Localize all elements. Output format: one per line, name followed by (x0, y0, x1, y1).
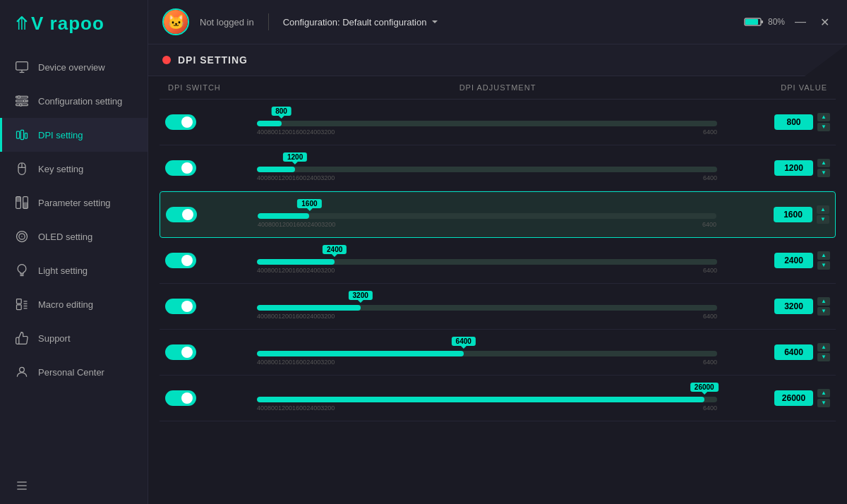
dpi-increment-1[interactable]: ▲ (817, 113, 830, 121)
svg-rect-35 (745, 19, 758, 25)
dpi-toggle-4[interactable] (165, 253, 196, 268)
dpi-toggle-2[interactable] (165, 160, 196, 176)
dpi-ticks-5: 40080012001600240032006400 (257, 311, 717, 322)
sidebar-item-support[interactable]: Support (0, 321, 148, 355)
chevron-down-icon (431, 18, 439, 26)
svg-rect-23 (17, 299, 22, 304)
dpi-slider-area-3[interactable]: 1600 40080012001600240032006400 (258, 199, 716, 230)
dpi-bubble-2: 1200 (283, 152, 307, 162)
dpi-slider-area-7[interactable]: 26000 40080012001600240032006400 (257, 383, 717, 414)
dpi-increment-5[interactable]: ▲ (817, 297, 830, 306)
svg-point-8 (20, 104, 22, 106)
dpi-decrement-5[interactable]: ▼ (817, 307, 830, 316)
dpi-bubble-4: 2400 (323, 245, 347, 254)
sidebar-item-label: Key setting (38, 164, 83, 174)
sidebar-bottom (0, 467, 148, 504)
mouse-icon (14, 161, 30, 176)
dpi-fill-2 (257, 167, 295, 172)
sidebar-item-oled-setting[interactable]: OLED setting (0, 220, 148, 253)
dpi-toggle-3[interactable] (166, 207, 197, 222)
sidebar-item-key-setting[interactable]: Key setting (0, 152, 148, 186)
dpi-track-1[interactable] (257, 121, 717, 126)
monitor-icon (14, 59, 30, 75)
dpi-decrement-7[interactable]: ▼ (817, 399, 830, 407)
dpi-toggle-1[interactable] (165, 114, 196, 130)
close-button[interactable]: ✕ (816, 13, 833, 30)
sidebar-item-dpi-setting[interactable]: DPI setting (0, 118, 148, 152)
dpi-increment-2[interactable]: ▲ (817, 159, 830, 167)
dpi-toggle-5[interactable] (165, 299, 196, 314)
dpi-track-6[interactable] (257, 351, 717, 356)
logo: ⤊ V rapoo (0, 0, 148, 50)
dpi-track-4[interactable] (257, 259, 717, 265)
dpi-track-7[interactable] (257, 397, 717, 402)
dpi-track-2[interactable] (257, 167, 717, 172)
dpi-row-1: 800 40080012001600240032006400 800 ▲ ▼ (160, 100, 836, 145)
dpi-slider-area-4[interactable]: 2400 40080012001600240032006400 (257, 245, 717, 276)
sidebar-item-label: Light setting (38, 265, 88, 276)
dpi-track-5[interactable] (257, 305, 717, 311)
dpi-decrement-2[interactable]: ▼ (817, 169, 830, 177)
dpi-fill-5 (257, 305, 361, 311)
dpi-value-box-4: 2400 (774, 253, 813, 268)
dpi-bubble-1: 800 (271, 107, 292, 116)
dpi-toggle-6[interactable] (165, 344, 196, 360)
sidebar-item-label: Configuration setting (38, 96, 122, 107)
dpi-toggle-7[interactable] (165, 390, 196, 406)
top-bar-right: 80% — ✕ (744, 13, 833, 30)
dpi-value-area-3: 1600 ▲ ▼ (723, 205, 829, 224)
dpi-arrows-5: ▲ ▼ (817, 297, 830, 316)
app-container: ⤊ V rapoo Device overview Configuration … (0, 0, 847, 504)
dpi-arrows-3: ▲ ▼ (817, 205, 829, 224)
main-content: 🐱 Not logged in Configuration: Default c… (148, 0, 847, 504)
sidebar-item-label: DPI setting (38, 130, 83, 140)
svg-point-20 (21, 236, 23, 237)
sidebar-item-label: Personal Center (38, 367, 104, 378)
sliders-icon (14, 195, 30, 210)
sidebar-bottom-icon[interactable] (14, 478, 133, 493)
dpi-arrows-2: ▲ ▼ (817, 159, 830, 177)
dpi-increment-7[interactable]: ▲ (817, 389, 830, 397)
minimize-button[interactable]: — (792, 13, 809, 30)
dpi-increment-3[interactable]: ▲ (817, 205, 829, 214)
sidebar-item-configuration-setting[interactable]: Configuration setting (0, 84, 148, 118)
not-logged-text: Not logged in (200, 17, 254, 28)
col-switch-header: DPI SWITCH (168, 83, 253, 92)
dpi-decrement-1[interactable]: ▼ (817, 123, 830, 131)
dpi-ticks-4: 40080012001600240032006400 (257, 265, 717, 276)
sidebar-item-parameter-setting[interactable]: Parameter setting (0, 186, 148, 220)
dpi-decrement-4[interactable]: ▼ (817, 261, 830, 270)
dpi-track-3[interactable] (258, 213, 716, 219)
dpi-increment-6[interactable]: ▲ (817, 343, 830, 352)
dpi-bubble-6: 6400 (452, 337, 476, 346)
dpi-decrement-6[interactable]: ▼ (817, 353, 830, 361)
dpi-decrement-3[interactable]: ▼ (817, 215, 829, 224)
svg-rect-17 (23, 203, 28, 208)
dpi-ticks-1: 40080012001600240032006400 (257, 126, 717, 138)
svg-rect-34 (761, 20, 763, 23)
sidebar-item-personal-center[interactable]: Personal Center (0, 355, 148, 389)
dpi-fill-7 (257, 397, 704, 402)
dpi-value-box-5: 3200 (774, 299, 813, 314)
col-adjustment-header: DPI ADJUSTMENT (253, 83, 743, 92)
dpi-increment-4[interactable]: ▲ (817, 251, 830, 260)
dpi-slider-area-6[interactable]: 6400 40080012001600240032006400 (257, 337, 717, 368)
sidebar-item-light-setting[interactable]: Light setting (0, 253, 148, 287)
dpi-arrows-7: ▲ ▼ (817, 389, 830, 407)
dpi-row-2: 1200 40080012001600240032006400 1200 ▲ ▼ (160, 145, 836, 191)
list-icon (14, 478, 30, 493)
dpi-slider-area-1[interactable]: 800 40080012001600240032006400 (257, 107, 717, 138)
bulb-icon (14, 263, 30, 278)
sidebar-item-device-overview[interactable]: Device overview (0, 50, 148, 84)
dpi-slider-area-5[interactable]: 3200 40080012001600240032006400 (257, 291, 717, 322)
dpi-fill-3 (258, 213, 309, 219)
config-dropdown[interactable]: Configuration: Default configuration (283, 17, 440, 28)
avatar: 🐱 (162, 8, 189, 35)
dpi-ticks-6: 40080012001600240032006400 (257, 356, 717, 368)
dpi-row-6: 6400 40080012001600240032006400 6400 ▲ ▼ (160, 330, 836, 376)
dpi-table-header: DPI SWITCH DPI ADJUSTMENT DPI VALUE (160, 76, 836, 100)
macro-icon (14, 296, 30, 312)
sidebar-item-macro-editing[interactable]: Macro editing (0, 287, 148, 321)
dpi-slider-area-2[interactable]: 1200 40080012001600240032006400 (257, 152, 717, 184)
topbar-divider (268, 13, 269, 30)
